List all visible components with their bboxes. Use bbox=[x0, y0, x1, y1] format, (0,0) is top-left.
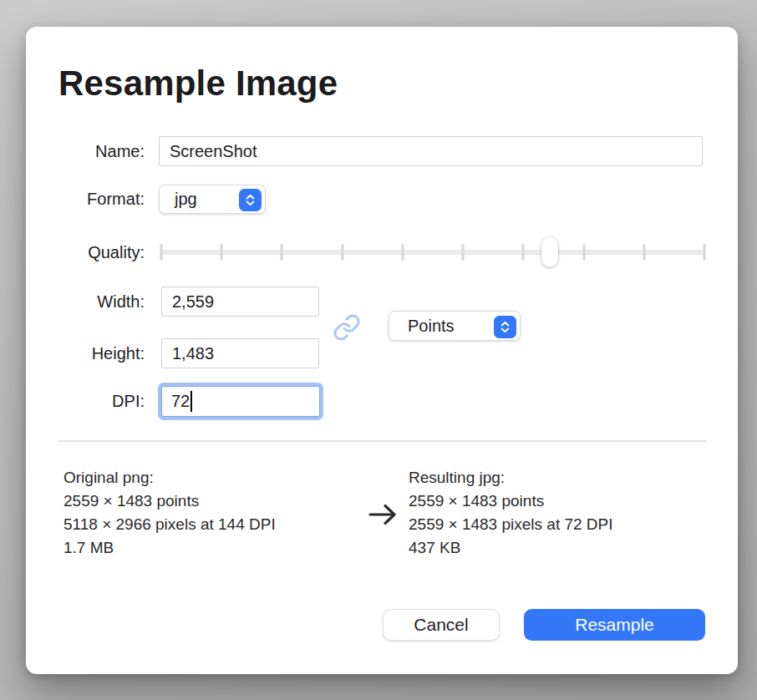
height-input[interactable] bbox=[161, 338, 319, 368]
format-label: Format: bbox=[26, 185, 145, 214]
original-dimensions-pixels: 5118 × 2966 pixels at 144 DPI bbox=[64, 513, 276, 536]
original-file-size: 1.7 MB bbox=[64, 536, 276, 560]
dpi-label: DPI: bbox=[26, 386, 145, 417]
height-label: Height: bbox=[26, 338, 145, 368]
page-title: Resample Image bbox=[58, 63, 338, 104]
arrow-right-icon bbox=[367, 501, 404, 530]
quality-slider-track[interactable] bbox=[161, 250, 704, 255]
format-select[interactable]: jpg bbox=[159, 185, 266, 214]
resulting-dimensions-pixels: 2559 × 1483 pixels at 72 DPI bbox=[409, 513, 613, 536]
resulting-heading: Resulting jpg: bbox=[409, 466, 613, 489]
quality-slider[interactable] bbox=[161, 237, 704, 267]
resample-button[interactable]: Resample bbox=[524, 609, 705, 641]
name-input[interactable] bbox=[159, 136, 703, 166]
resulting-dimensions-points: 2559 × 1483 points bbox=[409, 489, 613, 513]
text-cursor bbox=[191, 391, 192, 412]
dpi-input[interactable]: 72 bbox=[161, 386, 320, 417]
name-label: Name: bbox=[26, 136, 145, 166]
up-down-chevrons-icon bbox=[494, 316, 516, 338]
divider bbox=[58, 440, 707, 442]
quality-label: Quality: bbox=[26, 237, 145, 267]
cancel-button[interactable]: Cancel bbox=[383, 609, 500, 641]
resulting-file-size: 437 KB bbox=[409, 536, 613, 560]
chain-link-icon[interactable] bbox=[333, 313, 361, 342]
resample-image-dialog: Resample Image Name: Format: jpg Quality… bbox=[26, 27, 738, 674]
up-down-chevrons-icon bbox=[239, 189, 262, 211]
original-summary: Original png: 2559 × 1483 points 5118 × … bbox=[64, 466, 276, 560]
units-select[interactable]: Points bbox=[389, 311, 521, 341]
original-dimensions-points: 2559 × 1483 points bbox=[64, 489, 276, 513]
width-input[interactable] bbox=[161, 287, 319, 317]
quality-slider-thumb[interactable] bbox=[541, 236, 558, 267]
dpi-value: 72 bbox=[171, 392, 190, 411]
resulting-summary: Resulting jpg: 2559 × 1483 points 2559 ×… bbox=[409, 466, 613, 560]
width-label: Width: bbox=[26, 287, 145, 317]
original-heading: Original png: bbox=[64, 466, 276, 489]
